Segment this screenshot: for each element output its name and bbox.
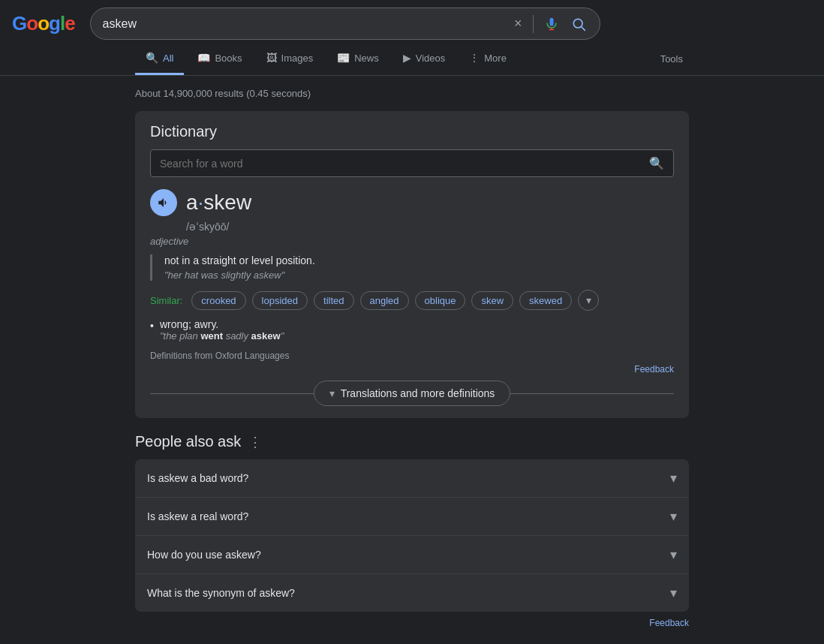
paa-question-2: Is askew a real word? (147, 510, 248, 522)
chevron-down-icon: ▾ (329, 387, 335, 399)
tab-all[interactable]: 🔍 All (135, 43, 184, 75)
audio-button[interactable] (150, 189, 177, 216)
search-icon (571, 17, 586, 32)
search-input[interactable]: askew (103, 17, 507, 31)
feedback-row: Feedback (150, 364, 674, 375)
logo-g2: g (49, 12, 60, 35)
results-area: About 14,900,000 results (0.45 seconds) … (0, 76, 824, 643)
similar-more-button[interactable]: ▾ (578, 290, 599, 311)
clear-button[interactable]: × (513, 14, 524, 33)
results-count: About 14,900,000 results (0.45 seconds) (135, 88, 689, 99)
videos-icon: ▶ (403, 52, 411, 64)
paa-header: People also ask ⋮ (135, 433, 689, 450)
mic-icon (544, 17, 559, 32)
word-class: adjective (150, 236, 674, 247)
translations-line-left (150, 393, 314, 394)
definition-1-text: not in a straight or level position. (164, 254, 674, 266)
books-icon: 📖 (197, 52, 210, 64)
paa-feedback-row: Feedback (135, 618, 689, 628)
dictionary-search-bar[interactable]: 🔍 (150, 149, 674, 177)
mic-button[interactable] (543, 15, 561, 33)
paa-chevron-3: ▾ (670, 546, 677, 563)
header: Google askew × (0, 0, 824, 40)
paa-chevron-2: ▾ (670, 508, 677, 525)
similar-chip-skewed[interactable]: skewed (519, 291, 572, 310)
paa-title: People also ask (135, 433, 241, 450)
all-icon: 🔍 (146, 52, 158, 64)
vertical-divider (533, 15, 534, 33)
oxford-source: Definitions from Oxford Languages (150, 351, 674, 361)
tab-videos[interactable]: ▶ Videos (392, 43, 456, 75)
paa-item-1[interactable]: Is askew a bad word? ▾ (135, 459, 689, 498)
definition-2-text: wrong; awry. (160, 318, 284, 330)
tools-button[interactable]: Tools (654, 44, 689, 74)
word-header: a·skew (150, 189, 674, 216)
similar-chip-tilted[interactable]: tilted (314, 291, 353, 310)
word-main: skew (203, 191, 251, 214)
more-icon: ⋮ (469, 52, 480, 64)
paa-feedback-link[interactable]: Feedback (649, 618, 689, 628)
logo-g: G (12, 12, 26, 35)
paa-question-4: What is the synonym of askew? (147, 587, 295, 599)
translations-button[interactable]: ▾ Translations and more definitions (314, 381, 511, 406)
similar-chip-lopsided[interactable]: lopsided (252, 291, 308, 310)
dictionary-search-input[interactable] (160, 158, 643, 170)
similar-chip-crooked[interactable]: crooked (191, 291, 245, 310)
paa-question-3: How do you use askew? (147, 549, 261, 561)
search-bar-icons: × (513, 14, 588, 33)
paa-card: Is askew a bad word? ▾ Is askew a real w… (135, 459, 689, 612)
definition-1: not in a straight or level position. "he… (150, 254, 674, 281)
paa-more-icon[interactable]: ⋮ (248, 434, 262, 450)
dictionary-title: Dictionary (150, 123, 674, 140)
logo-e: e (65, 12, 74, 35)
definition-1-example: "her hat was slightly askew" (164, 269, 674, 281)
similar-label: Similar: (150, 295, 182, 306)
bullet-point: • (150, 320, 154, 332)
feedback-link[interactable]: Feedback (634, 364, 674, 375)
search-bar[interactable]: askew × (90, 8, 600, 40)
similar-chip-skew[interactable]: skew (471, 291, 513, 310)
tab-images[interactable]: 🖼 Images (256, 43, 324, 75)
logo-o2: o (38, 12, 49, 35)
google-logo: Google (12, 12, 75, 35)
pronunciation: /əˈskyōō/ (186, 221, 674, 233)
paa-item-4[interactable]: What is the synonym of askew? ▾ (135, 574, 689, 612)
nav-tabs: 🔍 All 📖 Books 🖼 Images 📰 News ▶ Videos ⋮… (0, 43, 824, 76)
dictionary-search-icon: 🔍 (649, 156, 664, 170)
svg-line-2 (581, 26, 585, 30)
paa-item-2[interactable]: Is askew a real word? ▾ (135, 498, 689, 536)
images-icon: 🖼 (266, 52, 277, 64)
news-icon: 📰 (337, 52, 350, 64)
search-button[interactable] (570, 15, 588, 33)
paa-chevron-4: ▾ (670, 585, 677, 601)
similar-chip-oblique[interactable]: oblique (415, 291, 466, 310)
translations-line-right (510, 393, 674, 394)
tab-more[interactable]: ⋮ More (459, 43, 517, 75)
paa-section: People also ask ⋮ Is askew a bad word? ▾… (135, 433, 689, 628)
speaker-icon (157, 196, 170, 209)
bold-askew: askew (251, 330, 281, 342)
translations-label: Translations and more definitions (341, 387, 495, 399)
svg-rect-0 (549, 17, 553, 26)
similar-row: Similar: crooked lopsided tilted angled … (150, 290, 674, 311)
word-display: a·skew (186, 191, 251, 215)
bold-went: went (200, 330, 223, 342)
tab-news[interactable]: 📰 News (326, 43, 389, 75)
definition-2: • wrong; awry. "the plan went sadly aske… (150, 318, 674, 342)
dictionary-card: Dictionary 🔍 a·skew /əˈskyōō/ adjective … (135, 111, 689, 418)
tab-books[interactable]: 📖 Books (187, 43, 252, 75)
similar-chip-angled[interactable]: angled (360, 291, 409, 310)
logo-o1: o (26, 12, 38, 35)
definition-2-example: "the plan went sadly askew" (160, 330, 284, 342)
paa-chevron-1: ▾ (670, 470, 677, 486)
word-prefix: a (186, 191, 198, 214)
translations-row: ▾ Translations and more definitions (150, 381, 674, 406)
paa-question-1: Is askew a bad word? (147, 472, 248, 484)
paa-item-3[interactable]: How do you use askew? ▾ (135, 536, 689, 574)
